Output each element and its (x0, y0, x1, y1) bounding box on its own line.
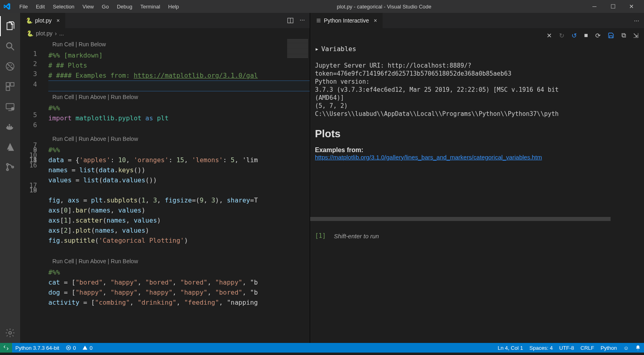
md-heading: Plots (315, 128, 639, 140)
extensions-icon[interactable] (0, 76, 20, 97)
md-subheading: Examples from: (315, 147, 639, 154)
status-python[interactable]: Python 3.7.3 64-bit (12, 345, 62, 351)
minimize-button[interactable]: ─ (585, 0, 604, 13)
code-lens: Run Cell | Run Above | Run Below (52, 256, 310, 266)
tab-python-interactive[interactable]: Python Interactive × (310, 13, 383, 28)
variables-section[interactable]: ▸ Variables (310, 43, 644, 55)
menu-debug[interactable]: Debug (113, 4, 136, 10)
window-controls: ─ ☐ ✕ (585, 0, 641, 13)
status-encoding[interactable]: UTF-8 (556, 345, 577, 351)
vscode-logo-icon (3, 3, 10, 10)
python-file-icon: 🐍 (27, 30, 33, 37)
close-button[interactable]: ✕ (622, 0, 641, 13)
tab-plot-py[interactable]: 🐍 plot.py × (20, 13, 66, 28)
notifications-icon[interactable] (632, 345, 644, 351)
breadcrumb-file: plot.py (36, 30, 52, 37)
lens-run-cell[interactable]: Run Cell (52, 94, 74, 100)
lens-run-cell[interactable]: Run Cell (52, 41, 74, 47)
svg-line-3 (7, 63, 13, 69)
menu-go[interactable]: Go (98, 4, 113, 10)
stop-icon[interactable]: ■ (584, 32, 588, 39)
restart-icon[interactable]: ⟳ (595, 32, 601, 39)
svg-rect-10 (7, 126, 8, 127)
more-actions-icon[interactable]: ⋯ (634, 18, 639, 24)
expand-icon[interactable]: ⧉ (621, 32, 626, 39)
tab-close-icon[interactable]: × (56, 17, 60, 24)
save-icon[interactable] (608, 32, 614, 39)
lens-run-above[interactable]: Run Above (79, 258, 106, 264)
status-ln-col[interactable]: Ln 4, Col 1 (495, 345, 526, 351)
menu-view[interactable]: View (79, 4, 98, 10)
prompt-number: [1] (315, 232, 326, 239)
window-title: plot.py - categorical - Visual Studio Co… (183, 4, 585, 10)
lens-run-below[interactable]: Run Below (111, 258, 138, 264)
svg-rect-5 (10, 83, 14, 86)
chevron-right-icon: ▸ (315, 45, 319, 53)
interactive-output: Jupyter Server URI: http://localhost:888… (310, 55, 644, 343)
menu-selection[interactable]: Selection (49, 4, 78, 10)
svg-rect-11 (9, 126, 10, 127)
source-control-icon[interactable] (0, 157, 20, 177)
svg-point-17 (9, 332, 12, 334)
svg-point-15 (6, 169, 8, 170)
redo-icon[interactable]: ↻ (559, 32, 564, 39)
menu-terminal[interactable]: Terminal (136, 4, 164, 10)
tab-label: plot.py (35, 17, 52, 24)
search-icon[interactable] (0, 36, 20, 56)
lens-run-cell[interactable]: Run Cell (52, 258, 74, 264)
chevron-right-icon: › (55, 30, 57, 37)
title-bar: File Edit Selection View Go Debug Termin… (0, 0, 644, 13)
azure-icon[interactable] (0, 137, 20, 157)
code-editor[interactable]: 12345678910111213141516171819 Run Cell |… (20, 39, 310, 343)
more-actions-icon[interactable]: ⋯ (300, 17, 305, 24)
lens-run-below[interactable]: Run Below (111, 136, 138, 142)
input-prompt[interactable]: [1] Shift-enter to run (310, 221, 644, 251)
editor-group-right: Python Interactive × ⋯ ✕ ↻ ↺ ■ ⟳ ⧉ ⇲ ▸ V… (310, 13, 644, 343)
code-lens: Run Cell | Run Above | Run Below (52, 134, 310, 144)
status-eol[interactable]: CRLF (577, 345, 597, 351)
markdown-output: Plots Examples from: https://matplotlib.… (310, 121, 644, 161)
undo-icon[interactable]: ↺ (572, 32, 577, 39)
tab-close-icon[interactable]: × (374, 17, 377, 24)
close-icon[interactable]: ✕ (547, 32, 552, 39)
gutter: 12345678910111213141516171819 (20, 39, 44, 190)
list-icon (316, 18, 321, 23)
menu-file[interactable]: File (15, 4, 32, 10)
collapse-icon[interactable]: ⇲ (633, 32, 638, 39)
menu-help[interactable]: Help (164, 4, 183, 10)
maximize-button[interactable]: ☐ (604, 0, 622, 13)
tab-label: Python Interactive (324, 17, 369, 24)
settings-icon[interactable] (0, 323, 20, 343)
explorer-icon[interactable] (0, 16, 20, 36)
python-file-icon: 🐍 (26, 17, 33, 24)
remote-indicator[interactable] (0, 343, 12, 353)
svg-rect-6 (6, 87, 10, 91)
breadcrumb[interactable]: 🐍 plot.py › ... (20, 28, 310, 39)
docker-icon[interactable] (0, 117, 20, 137)
horizontal-scrollbar[interactable] (310, 217, 611, 221)
feedback-icon[interactable]: ☺ (620, 345, 632, 351)
lens-run-cell[interactable]: Run Cell (52, 136, 74, 142)
menu-edit[interactable]: Edit (32, 4, 49, 10)
svg-point-14 (6, 163, 8, 165)
lens-run-above[interactable]: Run Above (79, 94, 106, 100)
debug-disabled-icon[interactable] (0, 56, 20, 76)
lens-run-below[interactable]: Run Below (79, 41, 106, 47)
remote-icon[interactable] (0, 97, 20, 117)
lens-run-above[interactable]: Run Above (79, 136, 106, 142)
status-language[interactable]: Python (597, 345, 620, 351)
activity-bar (0, 13, 20, 343)
status-spaces[interactable]: Spaces: 4 (526, 345, 556, 351)
svg-rect-4 (6, 83, 10, 86)
jupyter-info: Jupyter Server URI: http://localhost:888… (310, 58, 644, 121)
svg-rect-13 (9, 124, 10, 126)
lens-run-below[interactable]: Run Below (111, 94, 138, 100)
current-line (48, 80, 310, 91)
status-warnings[interactable]: 0 (79, 345, 95, 351)
code-content: Run Cell | Run Below #%% [markdown] # ##… (48, 39, 310, 308)
split-editor-icon[interactable] (287, 17, 294, 24)
variables-label: Variables (321, 45, 356, 53)
interactive-tabs: Python Interactive × ⋯ (310, 13, 644, 28)
md-link[interactable]: https://matplotlib.org/3.1.0/gallery/lin… (315, 154, 542, 161)
status-errors[interactable]: 0 (62, 345, 79, 351)
